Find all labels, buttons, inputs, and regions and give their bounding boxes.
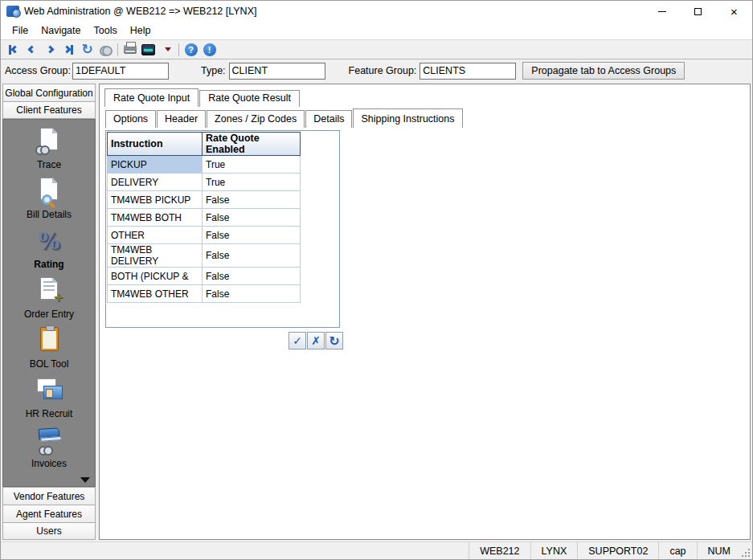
table-row[interactable]: TM4WEB DELIVERY False xyxy=(108,244,301,268)
record-form-row: Access Group: Type: Feature Group: Propa… xyxy=(1,59,752,82)
cell-instruction[interactable]: OTHER xyxy=(108,227,203,244)
minimize-button[interactable] xyxy=(644,1,680,22)
help-button[interactable]: ? xyxy=(182,41,200,58)
column-header-rate-quote-enabled[interactable]: Rate Quote Enabled xyxy=(203,133,301,156)
about-icon: ! xyxy=(203,43,216,56)
confirm-button[interactable]: ✓ xyxy=(289,332,306,349)
menu-navigate[interactable]: Navigate xyxy=(35,23,87,38)
maximize-icon xyxy=(694,8,702,15)
tab-options[interactable]: Options xyxy=(105,110,156,128)
print-button[interactable] xyxy=(121,41,139,58)
refresh-table-button[interactable]: ↻ xyxy=(325,332,343,349)
order-entry-icon: + xyxy=(34,276,64,306)
cell-instruction[interactable]: TM4WEB BOTH xyxy=(108,209,203,227)
access-group-input[interactable] xyxy=(72,63,169,80)
sidebar-item-users[interactable]: Users xyxy=(2,522,96,540)
subtab-strip: Options Header Zones / Zip Codes Details… xyxy=(105,108,745,128)
type-input[interactable] xyxy=(229,63,325,80)
cell-instruction[interactable]: PICKUP xyxy=(108,156,203,174)
table-row[interactable]: TM4WEB OTHER False xyxy=(108,285,301,303)
sidebar-item-invoices[interactable]: Invoices xyxy=(3,425,95,475)
sidebar-item-order-entry[interactable]: + Order Entry xyxy=(3,276,95,325)
cell-instruction[interactable]: DELIVERY xyxy=(108,174,203,191)
cell-enabled[interactable]: False xyxy=(203,285,301,303)
propagate-tab-button[interactable]: Propagate tab to Access Groups xyxy=(522,62,685,80)
table-row[interactable]: PICKUP True xyxy=(108,156,301,174)
window-title: Web Administration @ WEB212 => WEB212 [L… xyxy=(24,6,256,17)
menu-tools[interactable]: Tools xyxy=(88,23,124,38)
sidebar-item-agent-features[interactable]: Agent Features xyxy=(2,505,96,522)
cell-enabled[interactable]: False xyxy=(203,191,301,209)
table-row[interactable]: OTHER False xyxy=(108,227,301,244)
refresh-button[interactable]: ↻ xyxy=(78,41,96,58)
tab-header[interactable]: Header xyxy=(157,110,206,128)
screen-button[interactable] xyxy=(139,41,158,58)
sidebar-item-hr-recruit[interactable]: HR Recruit xyxy=(3,375,95,425)
tab-shipping-instructions[interactable]: Shipping Instructions xyxy=(353,108,462,128)
column-header-instruction[interactable]: Instruction xyxy=(108,133,203,156)
status-database: LYNX xyxy=(530,542,578,559)
close-button[interactable]: × xyxy=(716,1,752,22)
feature-label: Invoices xyxy=(31,458,67,469)
cell-instruction[interactable]: TM4WEB PICKUP xyxy=(108,191,203,209)
tab-details[interactable]: Details xyxy=(305,110,352,128)
rating-icon: % xyxy=(34,226,64,256)
screen-dropdown-button[interactable] xyxy=(158,41,176,58)
feature-group-input[interactable] xyxy=(419,63,516,80)
sidebar-item-bol-tool[interactable]: BOL Tool xyxy=(3,325,95,375)
sidebar-item-trace[interactable]: Trace xyxy=(3,126,95,176)
help-icon: ? xyxy=(185,43,198,56)
menu-bar: File Navigate Tools Help xyxy=(1,22,752,39)
cell-enabled[interactable]: False xyxy=(203,227,301,244)
refresh-icon: ↻ xyxy=(81,43,92,56)
cell-enabled[interactable]: False xyxy=(203,268,301,285)
find-binoculars-icon xyxy=(100,46,113,54)
resize-grip[interactable] xyxy=(741,542,752,559)
table-row[interactable]: DELIVERY True xyxy=(108,174,301,191)
cell-enabled[interactable]: True xyxy=(203,174,301,191)
minimize-icon xyxy=(658,11,666,12)
cell-instruction[interactable]: TM4WEB OTHER xyxy=(108,285,203,303)
shipping-instructions-groupbox: Instruction Rate Quote Enabled PICKUP Tr… xyxy=(105,130,340,328)
sidebar-item-vendor-features[interactable]: Vendor Features xyxy=(2,487,96,505)
app-icon xyxy=(6,6,19,17)
sidebar: Global Configuration Client Features Tra… xyxy=(2,84,96,540)
sidebar-item-client-features[interactable]: Client Features xyxy=(2,101,96,119)
menu-file[interactable]: File xyxy=(6,23,35,38)
sidebar-item-rating[interactable]: % Rating xyxy=(3,226,95,276)
type-label: Type: xyxy=(201,65,226,76)
status-numlock: NUM xyxy=(697,542,741,559)
tab-rate-quote-result[interactable]: Rate Quote Result xyxy=(199,90,300,107)
screen-icon xyxy=(141,44,155,55)
feature-label: Order Entry xyxy=(24,309,74,320)
chevron-down-icon xyxy=(165,47,171,51)
scroll-down-icon[interactable] xyxy=(80,477,90,483)
cell-instruction[interactable]: TM4WEB DELIVERY xyxy=(108,244,203,268)
cell-enabled[interactable]: True xyxy=(203,156,301,174)
feature-label: Trace xyxy=(37,159,61,170)
sidebar-item-bill-details[interactable]: Bill Details xyxy=(3,176,95,226)
status-caps: cap xyxy=(658,542,696,559)
app-window: Web Administration @ WEB212 => WEB212 [L… xyxy=(0,0,753,560)
cell-enabled[interactable]: False xyxy=(203,209,301,227)
status-bar: WEB212 LYNX SUPPORT02 cap NUM xyxy=(1,542,752,559)
find-button[interactable] xyxy=(96,41,115,58)
tab-zones-zip-codes[interactable]: Zones / Zip Codes xyxy=(207,110,305,128)
about-button[interactable]: ! xyxy=(200,41,219,58)
content-area: Global Configuration Client Features Tra… xyxy=(1,82,752,542)
sidebar-item-global-configuration[interactable]: Global Configuration xyxy=(2,84,96,101)
table-row[interactable]: TM4WEB BOTH False xyxy=(108,209,301,227)
previous-record-button[interactable] xyxy=(23,41,41,58)
tab-rate-quote-input[interactable]: Rate Quote Input xyxy=(104,88,198,107)
maximize-button[interactable] xyxy=(680,1,716,22)
cell-instruction[interactable]: BOTH (PICKUP & xyxy=(108,268,203,285)
table-row[interactable]: TM4WEB PICKUP False xyxy=(108,191,301,209)
first-record-button[interactable] xyxy=(4,41,23,58)
cell-enabled[interactable]: False xyxy=(203,244,301,268)
menu-help[interactable]: Help xyxy=(124,23,158,38)
cancel-button[interactable]: ✗ xyxy=(307,332,325,349)
next-record-button[interactable] xyxy=(41,41,59,58)
table-row[interactable]: BOTH (PICKUP & False xyxy=(108,268,301,285)
last-record-button[interactable] xyxy=(59,41,78,58)
close-icon: × xyxy=(730,6,738,18)
